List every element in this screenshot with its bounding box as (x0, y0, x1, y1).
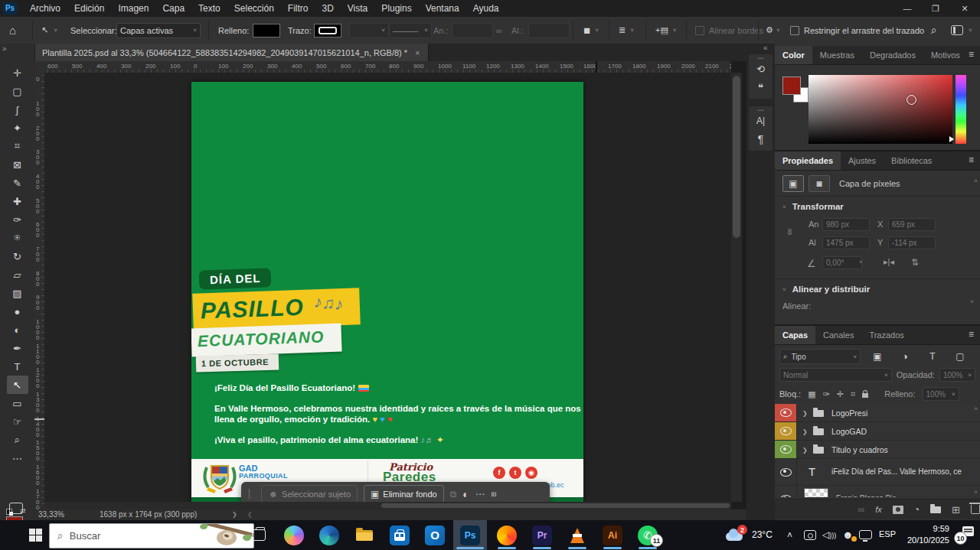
hue-slider-thumb[interactable] (949, 136, 954, 142)
edge-button[interactable] (312, 520, 346, 550)
adjustment-icon[interactable]: ◐ (462, 488, 469, 500)
visibility-eye-icon[interactable] (780, 445, 792, 454)
whatsapp-button[interactable]: ✆ 11 (631, 520, 665, 550)
chevron-down-icon[interactable]: ˅ (859, 259, 863, 265)
fill-swatch[interactable] (253, 17, 280, 44)
copilot-button[interactable] (277, 520, 311, 550)
vertical-scroll-thumb[interactable] (733, 76, 740, 238)
flip-vertical-icon[interactable]: ⇅ (911, 257, 919, 268)
menu-texto[interactable]: Texto (191, 0, 227, 17)
ruler-corner[interactable] (34, 61, 45, 73)
stroke-type-dropdown[interactable]: ———˅ (389, 17, 432, 44)
tab-color[interactable]: Color (775, 46, 812, 64)
healing-brush-tool[interactable]: ✚ (7, 192, 28, 210)
volume-icon[interactable]: ◁))) (822, 529, 836, 540)
filter-smartobject-icon[interactable]: ⧉ (977, 348, 980, 365)
eraser-tool[interactable]: ▱ (7, 265, 28, 284)
delete-layer-icon[interactable] (971, 505, 980, 514)
align-edges-checkbox[interactable]: Alinear bordes (695, 17, 763, 44)
pen-tool[interactable]: ✒ (7, 339, 28, 357)
quick-mask-button[interactable] (9, 503, 23, 514)
path-alignment-button[interactable]: ≣˅ (619, 17, 634, 44)
angle-field[interactable]: 0,00° (822, 256, 862, 269)
minimize-button[interactable]: — (894, 0, 920, 17)
pixel-layer-icon[interactable]: ▣ (782, 175, 804, 192)
link-layers-icon[interactable]: ∞ (858, 504, 865, 515)
path-options-gear-button[interactable]: ⚙˅ (766, 17, 780, 44)
rectangle-tool[interactable]: ▭ (7, 394, 28, 412)
path-arrangement-button[interactable]: +▤˅ (655, 17, 677, 44)
color-field[interactable] (808, 75, 952, 144)
layer-effects-icon[interactable]: fx (875, 505, 882, 514)
outlook-button[interactable]: O (418, 520, 452, 550)
height-input[interactable] (528, 17, 570, 44)
vlc-button[interactable] (560, 520, 594, 550)
flip-horizontal-icon[interactable]: ▸|◂ (884, 257, 894, 267)
layer-row-logogad[interactable]: ❯ LogoGAD (775, 422, 980, 441)
crop-tool[interactable]: ⌗ (7, 137, 28, 155)
menu-archivo[interactable]: Archivo (23, 0, 67, 17)
filter-adjustment-icon[interactable]: ◑ (894, 348, 916, 365)
type-tool[interactable]: T (7, 357, 28, 376)
drag-handle[interactable]: ▏ (249, 489, 255, 499)
new-group-icon[interactable] (930, 506, 941, 513)
dodge-tool[interactable]: ◐ (7, 321, 28, 339)
constrain-path-checkbox[interactable]: Restringir el arrastre del trazado (790, 17, 924, 44)
add-mask-icon[interactable] (893, 506, 903, 514)
select-mode-dropdown[interactable]: Capas activas˅ (116, 17, 201, 44)
expand-panels-icon[interactable]: « (763, 44, 768, 52)
workspace-switcher[interactable]: ˅ (951, 17, 972, 44)
photoshop-button[interactable]: Ps (453, 520, 487, 550)
layer-row-titulo[interactable]: ❯ Titulo y cuadros (775, 441, 980, 459)
hand-tool[interactable]: ☞ (7, 412, 28, 431)
notification-center-button[interactable]: 10 (956, 526, 974, 543)
horizontal-scrollbar[interactable] (44, 502, 731, 509)
taskbar-search[interactable]: ⌕ Buscar (49, 523, 254, 548)
file-explorer-button[interactable] (348, 520, 381, 550)
clock[interactable]: 9:59 20/10/2025 (902, 523, 949, 546)
blur-tool[interactable]: ● (7, 302, 28, 321)
menu-edicion[interactable]: Edición (67, 0, 111, 17)
panel-menu-icon[interactable]: ≡ (962, 155, 980, 165)
link-dimensions-icon[interactable]: ∞ (496, 17, 502, 44)
tab-close-icon[interactable]: × (415, 48, 420, 57)
comments-panel-icon[interactable]: ❝ (752, 78, 770, 96)
zoom-level[interactable]: 33,33% (38, 510, 64, 519)
group-caret-icon[interactable]: ❯ (802, 428, 808, 435)
tab-trazados[interactable]: Trazados (861, 326, 911, 344)
frame-tool[interactable]: ⊠ (7, 155, 28, 174)
layer-row-logopresi[interactable]: ❯ LogoPresi (775, 404, 980, 422)
canvas-pasteboard[interactable]: DÍA DEL PASILLO ♪♫♪ ECUATORIANO 1 DE OCT… (44, 73, 731, 502)
new-adjustment-icon[interactable]: ◔ (914, 504, 920, 515)
path-operations-button[interactable]: ◼˅ (583, 17, 599, 44)
tab-canales[interactable]: Canales (815, 326, 861, 344)
lock-transparency-icon[interactable]: ▦ (808, 389, 815, 399)
document-tab[interactable]: Plantilla 2025.psd al 33,3% (504664122_5… (34, 44, 429, 61)
restore-button[interactable]: ❐ (923, 0, 949, 17)
menu-capa[interactable]: Capa (155, 0, 191, 17)
tab-propiedades[interactable]: Propiedades (775, 151, 841, 170)
scroll-up-icon[interactable]: ˄ (974, 177, 978, 184)
home-button[interactable]: ⌂ (9, 17, 16, 44)
remove-background-button[interactable]: ▣ Eliminar fondo (364, 485, 444, 502)
lasso-tool[interactable]: ʃ (7, 100, 28, 119)
paragraph-panel-icon[interactable]: ¶ (752, 130, 770, 148)
vertical-scrollbar[interactable] (731, 73, 742, 502)
network-display-icon[interactable] (859, 530, 872, 539)
menu-ayuda[interactable]: Ayuda (466, 0, 506, 17)
close-button[interactable]: ✕ (952, 0, 978, 17)
horizontal-scroll-thumb[interactable] (381, 503, 730, 508)
height-field[interactable]: 1475 px (822, 236, 870, 249)
layer-filter-dropdown[interactable]: ⌕ Tipo ˅ (779, 349, 861, 364)
filter-type-icon[interactable]: T (922, 348, 943, 365)
eyedropper-tool[interactable]: ✎ (7, 174, 28, 192)
blend-mode-dropdown[interactable]: Normal ˅ (779, 368, 892, 382)
horizontal-ruler[interactable]: 6005004003002001000100200300400500600700… (44, 61, 731, 73)
panel-menu-icon[interactable]: ≡ (962, 329, 980, 340)
visibility-eye-icon[interactable] (780, 468, 792, 477)
tool-preset-button[interactable]: ↖ ˅ (41, 17, 57, 44)
layer-row-pixel[interactable]: Franja Blanca Pie (775, 486, 980, 497)
weather-button[interactable]: 2 (724, 525, 747, 545)
more-options-icon[interactable]: ⋯ (475, 489, 485, 500)
mask-icon[interactable]: ◙ (808, 175, 830, 192)
